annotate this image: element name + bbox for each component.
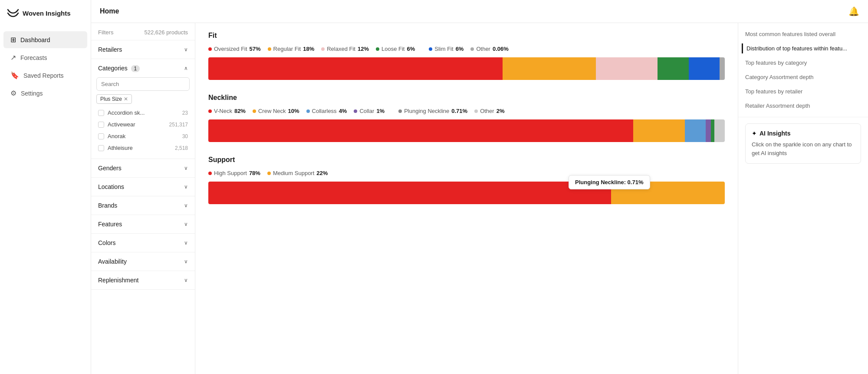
plus-size-tag-remove[interactable]: ✕ [124,96,128,102]
loose-value: 6% [407,46,415,52]
dot-crewneck [253,109,256,113]
filter-section-availability: Availability ∨ [91,252,195,271]
filter-label: Filters [98,29,113,36]
sidebar-item-dashboard[interactable]: ⊞ Dashboard [3,31,87,48]
anorak-checkbox[interactable] [98,133,104,139]
athleisure-checkbox[interactable] [98,145,104,151]
right-nav-top-features-category[interactable]: Top features by category [745,58,861,68]
plus-size-tag: Plus Size ✕ [96,94,132,104]
grid-icon: ⊞ [10,36,16,44]
dashboard-label: Dashboard [20,36,50,43]
other-fit-value: 0.06% [493,46,509,52]
features-header[interactable]: Features ∨ [91,215,195,233]
dot-slim [429,47,432,51]
retailers-header[interactable]: Retailers ∨ [91,40,195,59]
filter-section-features: Features ∨ [91,215,195,234]
fit-bar [208,57,725,80]
locations-label: Locations [98,183,124,190]
dot-regular [268,47,271,51]
gear-icon: ⚙ [10,89,16,97]
legend-item: Other 0.06% [470,46,508,52]
categories-search-input[interactable] [96,77,190,91]
fit-title: Fit [208,32,725,40]
notification-bell-icon[interactable]: 🔔 [848,6,859,17]
fit-chart-section: Fit Oversized Fit 57% Regular Fit 18% [208,32,725,80]
legend-item: Loose Fit 6% [376,46,415,52]
support-chart-section: Support High Support 78% Medium Support … [208,156,725,204]
product-count: 522,626 products [145,29,188,36]
chart-area: Fit Oversized Fit 57% Regular Fit 18% [195,23,738,374]
filter-section-retailers: Retailers ∨ [91,40,195,59]
activewear-checkbox[interactable] [98,122,104,128]
right-nav-category-assortment[interactable]: Category Assortment depth [745,72,861,82]
anorak-label: Anorak [108,133,125,139]
oversized-label: Oversized Fit [214,46,247,52]
bookmark-icon: 🔖 [10,71,19,79]
sidebar-item-saved-reports[interactable]: 🔖 Saved Reports [3,67,87,84]
dot-other-neckline [474,109,478,113]
genders-header[interactable]: Genders ∨ [91,159,195,177]
list-item[interactable]: Athleisure 2,518 [96,142,190,153]
sparkle-icon: ✦ [752,130,757,137]
legend-item: Crew Neck 10% [253,108,299,114]
locations-header[interactable]: Locations ∨ [91,178,195,196]
locations-chevron-icon: ∨ [184,184,188,190]
genders-chevron-icon: ∨ [184,165,188,171]
brands-chevron-icon: ∨ [184,202,188,209]
sidebar-item-forecasts[interactable]: ↗ Forecasts [3,49,87,66]
dot-collar [354,109,357,113]
availability-label: Availability [98,258,127,265]
replenishment-header[interactable]: Replenishment ∨ [91,271,195,289]
categories-body: Plus Size ✕ Accordion sk... 23 [91,77,195,159]
colors-label: Colors [98,239,115,246]
list-item[interactable]: Accordion sk... 23 [96,107,190,118]
vneck-value: 82% [234,108,246,114]
right-nav-retailer-assortment[interactable]: Retailer Assortment depth [745,101,861,111]
bar-other-neckline [714,119,725,142]
settings-label: Settings [21,90,43,97]
relaxed-value: 12% [358,46,369,52]
other-neckline-label: Other [480,108,494,114]
bar-high-support [208,182,611,204]
filter-section-brands: Brands ∨ [91,196,195,215]
regular-value: 18% [303,46,314,52]
list-item[interactable]: Activewear 251,317 [96,119,190,130]
high-support-value: 78% [249,170,260,176]
saved-reports-label: Saved Reports [23,72,64,79]
sidebar-nav: ⊞ Dashboard ↗ Forecasts 🔖 Saved Reports … [0,28,91,105]
regular-label: Regular Fit [273,46,301,52]
sidebar-item-settings[interactable]: ⚙ Settings [3,85,87,102]
replenishment-label: Replenishment [98,277,138,284]
loose-label: Loose Fit [381,46,404,52]
topbar: Home 🔔 [91,0,868,23]
dot-vneck [208,109,212,113]
bar-crewneck [633,119,685,142]
accordion-checkbox[interactable] [98,110,104,116]
categories-header[interactable]: Categories 1 ∧ [91,59,195,77]
brands-header[interactable]: Brands ∨ [91,196,195,215]
filter-section-colors: Colors ∨ [91,234,195,252]
activewear-count: 251,317 [169,122,188,128]
category-list: Accordion sk... 23 Activewear 251,317 [96,107,190,153]
bar-slim [689,57,720,80]
dot-other-fit [470,47,474,51]
availability-header[interactable]: Availability ∨ [91,252,195,271]
forecasts-label: Forecasts [20,54,47,61]
ai-insights-desc: Click on the sparkle icon on any chart t… [752,140,855,157]
retailers-label: Retailers [98,46,122,53]
bar-relaxed [596,57,658,80]
right-nav: Most common features listed overall Dist… [738,23,868,117]
right-nav-most-common[interactable]: Most common features listed overall [745,29,861,39]
right-nav-top-features-retailer[interactable]: Top features by retailer [745,86,861,96]
list-item[interactable]: Anorak 30 [96,131,190,142]
legend-item: Collarless 4% [306,108,347,114]
bar-collarless [685,119,706,142]
right-nav-distribution[interactable]: Distribution of top features within feat… [742,43,861,53]
legend-item: Collar 1% [354,108,385,114]
colors-header[interactable]: Colors ∨ [91,234,195,252]
retailers-chevron-icon: ∨ [184,46,188,53]
vneck-label: V-Neck [214,108,232,114]
activewear-label: Activewear [108,121,135,128]
crewneck-value: 10% [288,108,299,114]
fit-legend: Oversized Fit 57% Regular Fit 18% Relaxe… [208,46,725,52]
